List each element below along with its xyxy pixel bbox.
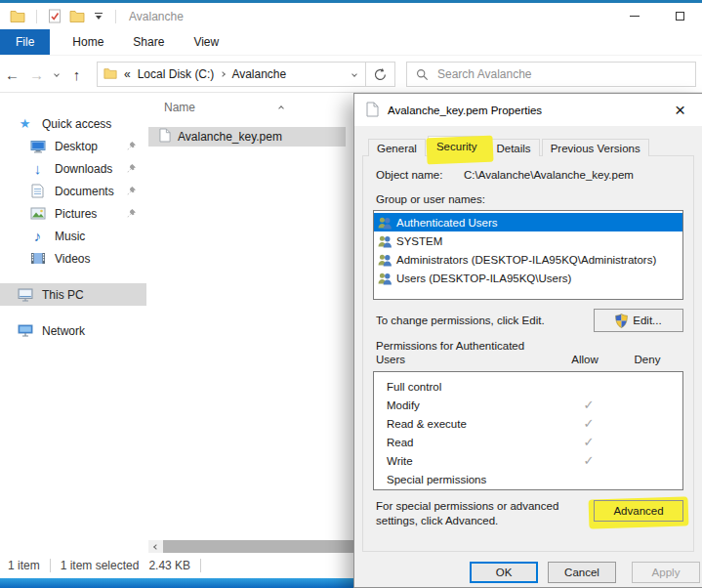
sidebar-item-documents[interactable]: Documents	[0, 180, 146, 202]
check-icon: ✓	[584, 435, 595, 449]
title-bar: Avalanche	[0, 3, 702, 29]
sort-ascending-icon[interactable]	[279, 100, 283, 113]
tab-previous-versions[interactable]: Previous Versions	[542, 139, 649, 156]
search-placeholder: Search Avalanche	[437, 67, 532, 81]
address-dropdown-chevron-icon[interactable]	[350, 72, 359, 76]
group-item[interactable]: Administrators (DESKTOP-ILA95KQ\Administ…	[374, 250, 682, 269]
dialog-tab-bar: General Security Details Previous Versio…	[368, 137, 651, 156]
status-bar: 1 item 1 item selected 2.43 KB	[0, 553, 353, 578]
group-item[interactable]: Authenticated Users	[374, 213, 682, 231]
sidebar-item-label: Desktop	[55, 140, 98, 153]
scrollbar-thumb[interactable]	[163, 540, 353, 553]
users-icon	[377, 234, 392, 248]
deny-column-header: Deny	[616, 354, 679, 366]
minimize-button[interactable]	[612, 3, 657, 29]
desktop-icon	[28, 139, 47, 154]
object-name-value: C:\Avalanche\Avalanche_key.pem	[464, 169, 634, 181]
edit-button[interactable]: Edit...	[594, 309, 683, 332]
qat-customize-chevron-icon[interactable]	[89, 13, 108, 20]
file-row[interactable]: Avalanche_key.pem	[148, 127, 346, 147]
up-button[interactable]: ↑	[64, 66, 89, 83]
titlebar-divider	[36, 10, 37, 23]
group-item[interactable]: SYSTEM	[374, 231, 682, 250]
permission-row: Write✓	[374, 451, 682, 470]
tab-file[interactable]: File	[0, 29, 50, 55]
permission-row: Full control	[374, 377, 682, 396]
window-folder-icon	[6, 10, 29, 22]
cancel-button[interactable]: Cancel	[548, 562, 616, 583]
maximize-button[interactable]	[657, 3, 702, 29]
allow-cell: ✓	[557, 435, 620, 449]
permissions-title: Permissions for Authenticated Users	[376, 339, 554, 366]
ok-button[interactable]: OK	[470, 562, 538, 583]
dialog-close-button[interactable]: ×	[658, 94, 702, 126]
users-icon	[377, 216, 392, 230]
dialog-title: Avalanche_key.pem Properties	[388, 105, 542, 116]
tab-security[interactable]: Security	[428, 136, 486, 156]
file-icon	[366, 102, 379, 119]
users-icon	[377, 253, 392, 267]
network-icon	[16, 323, 34, 339]
users-icon	[377, 272, 392, 285]
breadcrumb-drive[interactable]: Local Disk (C:)	[138, 67, 215, 81]
permission-name: Modify	[387, 399, 557, 411]
breadcrumb-folder[interactable]: Avalanche	[231, 67, 286, 81]
titlebar-divider	[115, 10, 116, 23]
sidebar-item-desktop[interactable]: Desktop	[0, 135, 146, 157]
properties-dialog: Avalanche_key.pem Properties × General S…	[353, 93, 702, 588]
permission-row: Special permissions	[374, 470, 682, 488]
file-icon	[159, 128, 171, 146]
advanced-hint: For special permissions or advanced sett…	[376, 499, 594, 528]
sidebar-item-downloads[interactable]: ↓Downloads	[0, 157, 146, 180]
refresh-button[interactable]	[366, 62, 395, 87]
explorer-window: Avalanche File Home Share View ← → ↑ « L…	[0, 0, 702, 588]
sidebar-item-label: This PC	[42, 288, 84, 302]
taskbar-edge	[0, 578, 353, 588]
sidebar: ★Quick accessDesktop↓DownloadsDocumentsP…	[0, 93, 146, 544]
maximize-icon	[676, 12, 684, 21]
pc-icon	[16, 287, 34, 303]
sidebar-item-quick-access[interactable]: ★Quick access	[0, 112, 146, 135]
sidebar-item-this-pc[interactable]: This PC	[0, 283, 146, 306]
history-chevron-icon[interactable]	[49, 72, 64, 76]
back-button[interactable]: ←	[0, 66, 24, 83]
tab-details[interactable]: Details	[487, 139, 539, 156]
file-name: Avalanche_key.pem	[178, 130, 282, 144]
sidebar-item-label: Music	[55, 230, 85, 243]
scroll-left-icon[interactable]	[148, 540, 163, 553]
breadcrumb-overflow[interactable]: «	[124, 67, 131, 81]
sidebar-item-pictures[interactable]: Pictures	[0, 202, 146, 225]
advanced-button[interactable]: Advanced	[594, 500, 683, 522]
permission-row: Modify✓	[374, 396, 682, 414]
tab-general[interactable]: General	[368, 139, 426, 156]
edit-hint: To change permissions, click Edit.	[376, 315, 594, 326]
tab-view[interactable]: View	[179, 29, 233, 55]
pin-icon	[126, 186, 137, 199]
permissions-list: Full controlModify✓Read & execute✓Read✓W…	[373, 371, 683, 490]
permission-name: Read & execute	[387, 418, 557, 430]
sidebar-item-label: Downloads	[55, 162, 112, 176]
group-item[interactable]: Users (DESKTOP-ILA95KQ\Users)	[374, 269, 682, 287]
tab-share[interactable]: Share	[118, 29, 179, 55]
object-name-row: Object name: C:\Avalanche\Avalanche_key.…	[376, 169, 685, 181]
pin-icon	[126, 141, 137, 154]
search-input[interactable]: Search Avalanche	[406, 62, 696, 87]
qat-properties-icon[interactable]	[44, 9, 65, 23]
allow-column-header: Allow	[554, 354, 616, 366]
qat-new-folder-icon[interactable]	[65, 10, 89, 22]
sidebar-item-network[interactable]: Network	[0, 319, 146, 342]
horizontal-scrollbar[interactable]	[148, 540, 353, 553]
check-icon: ✓	[584, 453, 595, 468]
window-controls	[612, 3, 702, 29]
picture-icon	[28, 206, 47, 222]
navigation-bar: ← → ↑ « Local Disk (C:) Avalanche Search…	[0, 57, 702, 93]
tab-home[interactable]: Home	[58, 29, 118, 55]
forward-button: →	[24, 66, 49, 83]
refresh-icon	[373, 67, 388, 82]
address-bar[interactable]: « Local Disk (C:) Avalanche	[97, 62, 366, 87]
column-header-name[interactable]: Name	[164, 101, 195, 114]
sidebar-item-videos[interactable]: Videos	[0, 247, 146, 270]
pin-icon	[126, 208, 137, 222]
status-item-count: 1 item	[8, 559, 40, 572]
sidebar-item-music[interactable]: ♪Music	[0, 225, 146, 247]
